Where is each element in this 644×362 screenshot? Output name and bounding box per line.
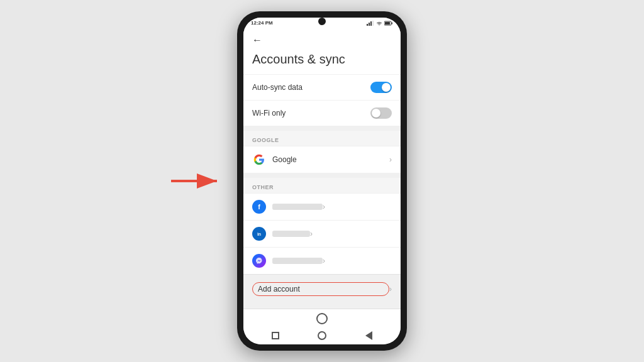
- screen-content[interactable]: ← Accounts & sync Auto-sync data Wi-Fi o…: [243, 28, 401, 327]
- linkedin-chevron-icon: ›: [310, 229, 313, 238]
- divider-2: [243, 173, 401, 178]
- facebook-chevron-icon: ›: [323, 202, 325, 211]
- phone-wrapper: 12:24 PM: [237, 11, 407, 351]
- messenger-chevron-icon: ›: [323, 256, 325, 265]
- divider-1: [243, 126, 401, 131]
- google-logo-icon: [253, 154, 265, 165]
- messenger-account-icon: [252, 254, 266, 268]
- facebook-account-row[interactable]: f ›: [243, 193, 401, 220]
- add-account-row[interactable]: Add account ›: [243, 274, 401, 304]
- google-account-icon: [252, 153, 266, 167]
- nav-back-button[interactable]: [364, 331, 374, 341]
- signal-icon: [367, 21, 374, 26]
- nav-recents-button[interactable]: [270, 331, 280, 341]
- wifi-only-thumb: [372, 109, 380, 118]
- google-account-row[interactable]: Google ›: [243, 146, 401, 173]
- google-account-name: Google: [272, 155, 389, 164]
- nav-square-icon: [272, 332, 279, 339]
- top-bar: ←: [243, 28, 401, 50]
- settings-section: Auto-sync data Wi-Fi only: [243, 74, 401, 126]
- wifi-only-label: Wi-Fi only: [252, 109, 286, 118]
- sync-now-section: Sync now: [243, 309, 401, 327]
- nav-circle-icon: [318, 331, 326, 340]
- facebook-account-name: [272, 204, 323, 210]
- nav-home-button[interactable]: [317, 331, 327, 341]
- google-section-label: GOOGLE: [243, 131, 401, 146]
- nav-bar: [243, 327, 401, 344]
- phone-device: 12:24 PM: [237, 11, 407, 351]
- svg-rect-3: [369, 23, 370, 26]
- add-account-label[interactable]: Add account: [252, 282, 389, 296]
- other-section: f › in ›: [243, 193, 401, 304]
- messenger-account-name: [272, 258, 323, 264]
- svg-rect-5: [372, 21, 374, 26]
- divider-3: [243, 304, 401, 309]
- linkedin-account-icon: in: [252, 227, 266, 241]
- nav-triangle-icon: [365, 331, 372, 340]
- other-section-label: OTHER: [243, 178, 401, 193]
- wifi-only-row: Wi-Fi only: [243, 100, 401, 126]
- svg-rect-2: [367, 24, 368, 26]
- messenger-logo-icon: [255, 257, 263, 265]
- svg-rect-4: [370, 21, 372, 26]
- facebook-account-icon: f: [252, 200, 266, 214]
- status-icons: [367, 21, 393, 26]
- wifi-icon: [376, 21, 382, 26]
- messenger-account-row[interactable]: ›: [243, 247, 401, 274]
- sync-icon: [316, 313, 328, 324]
- annotation-arrow: [168, 172, 225, 190]
- back-button[interactable]: ←: [252, 35, 262, 46]
- page-title: Accounts & sync: [243, 50, 401, 74]
- google-chevron-icon: ›: [389, 155, 392, 164]
- svg-rect-8: [392, 22, 393, 24]
- auto-sync-row: Auto-sync data: [243, 74, 401, 100]
- auto-sync-thumb: [382, 83, 391, 92]
- battery-icon: [384, 21, 393, 26]
- linkedin-account-name: [272, 231, 310, 237]
- add-account-chevron-icon: ›: [389, 285, 392, 293]
- auto-sync-label: Auto-sync data: [252, 83, 303, 92]
- svg-rect-7: [385, 22, 390, 25]
- phone-screen: 12:24 PM: [243, 18, 401, 344]
- status-time: 12:24 PM: [251, 20, 273, 26]
- wifi-only-toggle[interactable]: [370, 107, 392, 119]
- phone-notch: [318, 18, 326, 25]
- google-section: Google ›: [243, 146, 401, 173]
- auto-sync-toggle[interactable]: [370, 82, 392, 93]
- linkedin-account-row[interactable]: in ›: [243, 220, 401, 247]
